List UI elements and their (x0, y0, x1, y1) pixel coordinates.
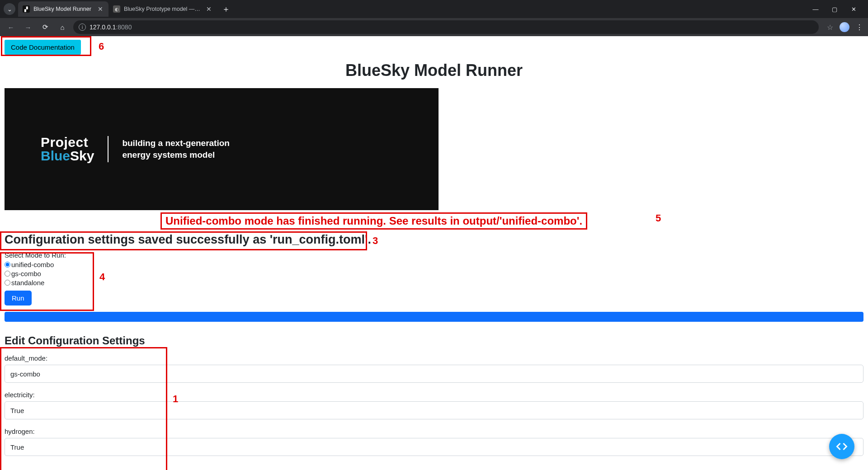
address-url: 127.0.0.1:8080 (90, 24, 132, 31)
window-maximize-icon[interactable]: ▢ (830, 6, 839, 13)
field-label-hydrogen: hydrogen: (5, 428, 863, 435)
field-label-default-mode: default_mode: (5, 354, 863, 362)
page-viewport[interactable]: Code Documentation BlueSky Model Runner … (0, 36, 868, 470)
page-title: BlueSky Model Runner (5, 61, 863, 80)
new-tab-button[interactable]: ＋ (220, 3, 232, 15)
mode-radio-unified-combo[interactable] (5, 262, 10, 268)
config-saved-heading: Configuration settings saved successfull… (5, 233, 863, 247)
banner-logo: Project BlueSky (41, 136, 94, 163)
banner-logo-line2: BlueSky (41, 149, 94, 163)
mode-option-gs-combo[interactable]: gs-combo (5, 270, 863, 277)
browser-toolbar: ← → ⟳ ⌂ i 127.0.0.1:8080 ☆ ⋮ (0, 18, 868, 36)
field-default-mode: default_mode: (5, 354, 863, 391)
dash-dev-button[interactable] (829, 434, 854, 459)
progress-bar (5, 312, 863, 322)
annotation-num-6: 6 (99, 41, 104, 52)
status-message: Unified-combo mode has finished running.… (160, 212, 587, 230)
code-angle-icon (835, 440, 848, 453)
nav-reload-icon[interactable]: ⟳ (39, 21, 52, 33)
banner-divider (108, 136, 108, 162)
tab-2-favicon-icon: ◐ (113, 5, 120, 13)
nav-back-icon[interactable]: ← (5, 21, 17, 33)
tab-1-title: BlueSky Model Runner (33, 6, 93, 12)
edit-config-heading: Edit Configuration Settings (5, 334, 863, 347)
field-label-electricity: electricity: (5, 391, 863, 399)
tab-1-favicon-icon: ▞ (23, 5, 30, 13)
mode-radio-standalone[interactable] (5, 280, 10, 286)
tab-2-close-icon[interactable]: ✕ (205, 5, 212, 13)
tab-2[interactable]: ◐ BlueSky Prototype model — Bl… ✕ (108, 1, 217, 17)
bookmark-star-icon[interactable]: ☆ (827, 23, 833, 32)
tab-1[interactable]: ▞ BlueSky Model Runner ✕ (18, 1, 108, 17)
field-electricity: electricity: (5, 391, 863, 428)
mode-option-unified-combo[interactable]: unified-combo (5, 261, 863, 268)
window-close-icon[interactable]: ✕ (849, 6, 858, 13)
tab-1-close-icon[interactable]: ✕ (97, 5, 104, 13)
banner-tagline: building a next-generation energy system… (122, 137, 230, 160)
mode-radio-gs-combo[interactable] (5, 271, 10, 277)
tab-strip: ⌄ ▞ BlueSky Model Runner ✕ ◐ BlueSky Pro… (0, 0, 868, 18)
input-default-mode[interactable] (5, 365, 863, 383)
field-hydrogen: hydrogen: (5, 428, 863, 464)
run-button[interactable]: Run (5, 291, 32, 306)
annotation-num-5: 5 (656, 212, 661, 224)
code-documentation-button[interactable]: Code Documentation (5, 40, 81, 55)
browser-menu-icon[interactable]: ⋮ (856, 23, 863, 32)
tab-search-dropdown[interactable]: ⌄ (4, 3, 15, 15)
tab-2-title: BlueSky Prototype model — Bl… (124, 6, 202, 12)
project-banner: Project BlueSky building a next-generati… (5, 88, 439, 210)
nav-forward-icon[interactable]: → (22, 21, 34, 33)
site-info-icon[interactable]: i (79, 24, 86, 31)
mode-select-label: Select Mode to Run: (5, 251, 863, 259)
input-electricity[interactable] (5, 401, 863, 419)
input-hydrogen[interactable] (5, 438, 863, 456)
mode-select-block: Select Mode to Run: unified-combo gs-com… (5, 251, 863, 306)
mode-option-standalone[interactable]: standalone (5, 279, 863, 287)
nav-home-icon[interactable]: ⌂ (56, 21, 69, 33)
banner-logo-line1: Project (41, 136, 94, 149)
window-minimize-icon[interactable]: ― (811, 6, 820, 13)
address-bar[interactable]: i 127.0.0.1:8080 (73, 20, 819, 34)
profile-avatar[interactable] (840, 22, 849, 32)
